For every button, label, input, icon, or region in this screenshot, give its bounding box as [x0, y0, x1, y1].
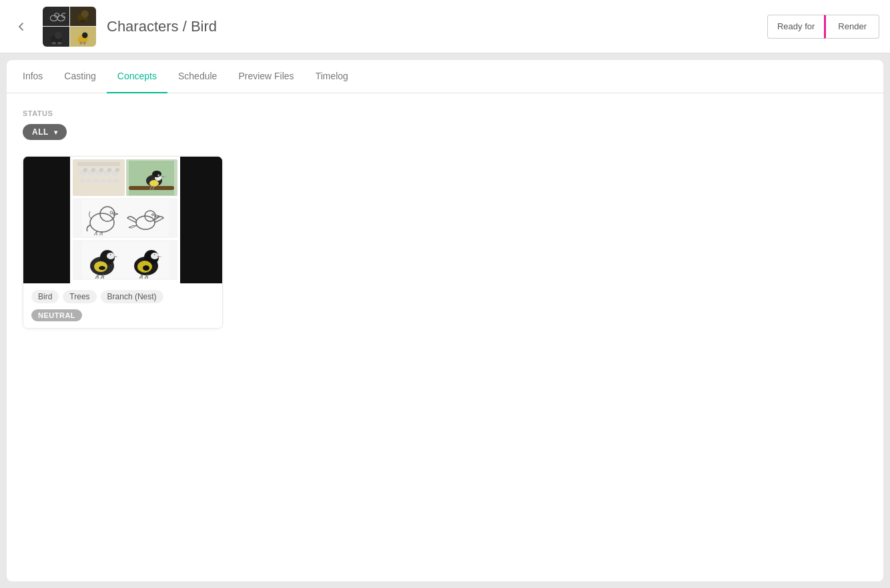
svg-point-27 [87, 179, 92, 183]
tab-concepts[interactable]: Concepts [107, 60, 167, 93]
concept-outline-birds [73, 198, 177, 238]
status-filter-dropdown[interactable]: ALL ▾ [23, 124, 67, 140]
concepts-grid: Bird Trees Branch (Nest) NEUTRAL [23, 156, 867, 329]
svg-point-59 [107, 253, 115, 259]
concept-right-panel [180, 157, 223, 283]
tab-casting[interactable]: Casting [53, 60, 106, 93]
concept-tags: Bird Trees Branch (Nest) [31, 290, 214, 303]
concept-reference-sheet [73, 159, 125, 196]
thumb-cell-2 [70, 7, 97, 27]
concept-photo-bird [126, 159, 178, 196]
svg-point-9 [51, 42, 55, 44]
concept-colored-birds [73, 240, 177, 280]
thumb-cell-1 [43, 7, 69, 27]
svg-point-8 [55, 31, 62, 39]
svg-point-23 [107, 168, 111, 172]
tab-timelog[interactable]: Timelog [305, 60, 359, 93]
svg-point-75 [153, 254, 155, 255]
svg-rect-13 [80, 41, 82, 44]
svg-point-17 [83, 168, 87, 172]
tag-bird: Bird [31, 290, 59, 303]
svg-point-31 [113, 179, 119, 183]
svg-point-29 [100, 179, 105, 183]
svg-point-63 [109, 254, 111, 255]
svg-rect-43 [82, 199, 169, 237]
svg-rect-14 [83, 41, 85, 44]
tab-schedule[interactable]: Schedule [167, 60, 228, 93]
status-label: STATUS [23, 109, 867, 117]
tab-nav: Infos Casting Concepts Schedule Preview … [7, 60, 883, 93]
svg-point-26 [80, 179, 85, 183]
svg-point-19 [91, 168, 95, 172]
concept-left-panel [23, 157, 70, 283]
entity-thumbnail [43, 7, 96, 47]
thumb-cell-3 [43, 27, 69, 47]
status-dropdown-value: ALL [32, 127, 49, 137]
tag-trees: Trees [63, 290, 96, 303]
concept-card-footer: Bird Trees Branch (Nest) NEUTRAL [23, 283, 222, 328]
svg-point-10 [57, 42, 61, 44]
page-title: Characters / Bird [107, 18, 757, 35]
svg-point-73 [143, 265, 149, 271]
chevron-down-icon: ▾ [54, 129, 58, 136]
svg-point-12 [82, 32, 88, 38]
main-panel: Infos Casting Concepts Schedule Preview … [7, 60, 883, 581]
concept-status-badge: NEUTRAL [31, 309, 82, 321]
svg-point-71 [151, 253, 159, 259]
concept-image-area [23, 157, 223, 283]
thumb-cell-4 [70, 27, 97, 47]
svg-point-30 [107, 179, 112, 183]
concept-card[interactable]: Bird Trees Branch (Nest) NEUTRAL [23, 156, 223, 329]
svg-point-28 [93, 179, 99, 183]
svg-point-6 [80, 20, 86, 23]
svg-rect-15 [77, 162, 120, 166]
content-body: STATUS ALL ▾ [7, 93, 883, 345]
svg-point-21 [99, 168, 103, 172]
svg-point-0 [50, 15, 57, 21]
svg-point-39 [159, 175, 160, 176]
topbar: Characters / Bird Ready for Render [0, 0, 890, 53]
tab-infos[interactable]: Infos [23, 60, 53, 93]
svg-point-5 [81, 11, 89, 18]
header-actions: Ready for Render [767, 15, 879, 39]
tag-branch: Branch (Nest) [101, 290, 163, 303]
svg-point-37 [152, 171, 161, 177]
concept-center-panel [70, 157, 180, 283]
svg-point-2 [57, 15, 65, 21]
tab-preview-files[interactable]: Preview Files [228, 60, 304, 93]
svg-point-61 [99, 266, 105, 270]
back-button[interactable] [11, 16, 32, 37]
ready-for-button[interactable]: Ready for [767, 15, 824, 39]
render-button[interactable]: Render [824, 15, 879, 39]
svg-point-36 [149, 180, 159, 187]
svg-point-25 [115, 168, 119, 172]
